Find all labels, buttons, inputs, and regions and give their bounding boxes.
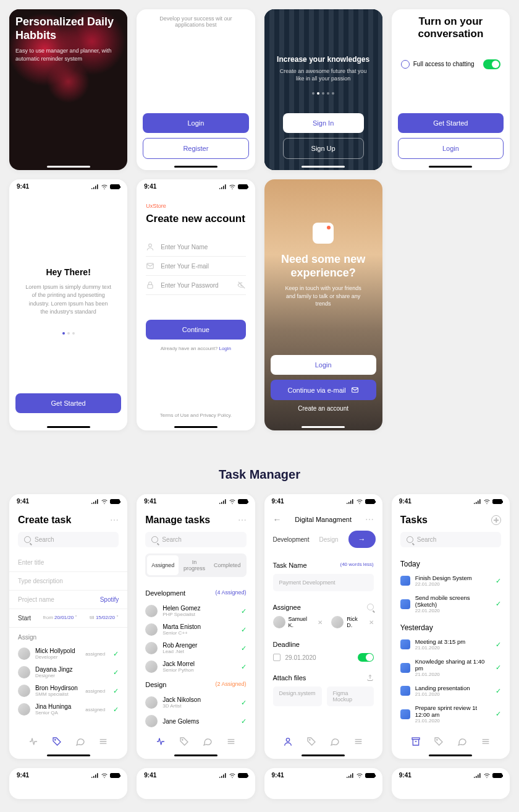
login-button[interactable]: Login bbox=[271, 355, 376, 375]
task-row[interactable]: Knowledge sharing at 1:40 pm21.01.2020✓ bbox=[392, 654, 510, 681]
check-icon: ✓ bbox=[113, 687, 119, 695]
svg-point-7 bbox=[287, 738, 290, 741]
search-icon[interactable] bbox=[367, 604, 374, 610]
avatar bbox=[145, 660, 158, 673]
tag-icon[interactable] bbox=[434, 737, 444, 746]
task-row[interactable]: Meeting at 3:15 pm21.01.2020✓ bbox=[392, 635, 510, 654]
status-segment: Assigned In progress Completed bbox=[145, 553, 246, 577]
signup-button[interactable]: Sign Up bbox=[283, 138, 364, 159]
description-input[interactable]: Type description bbox=[9, 572, 127, 591]
create-account-link[interactable]: Create an account bbox=[264, 405, 382, 412]
tab-design[interactable]: Design bbox=[319, 536, 338, 543]
chat-icon[interactable] bbox=[330, 737, 340, 746]
search-input[interactable]: Search bbox=[400, 532, 501, 547]
eye-off-icon[interactable] bbox=[237, 281, 246, 289]
more-icon[interactable]: ⋯ bbox=[365, 515, 374, 524]
tag-icon[interactable] bbox=[306, 737, 316, 746]
get-started-button[interactable]: Get Started bbox=[398, 113, 504, 133]
archive-icon[interactable] bbox=[411, 737, 421, 746]
chat-icon[interactable] bbox=[457, 737, 467, 746]
login-link[interactable]: Login bbox=[219, 346, 231, 351]
avatar bbox=[145, 623, 158, 636]
subtitle: Create an awesome future that you like i… bbox=[277, 67, 370, 83]
task-row[interactable]: Prepare sprint review 1t 12:00 am21.01.2… bbox=[392, 701, 510, 727]
check-icon: ✓ bbox=[241, 717, 247, 725]
person-row[interactable]: Jack MorrelSenior Python✓ bbox=[137, 657, 255, 676]
title: Increase your knowledges bbox=[277, 55, 370, 64]
person-row[interactable]: Jack Nikolson3D Artist✓ bbox=[137, 693, 255, 712]
calendar-icon[interactable] bbox=[273, 654, 281, 661]
person-row[interactable]: Mick HollypoldDeveloperassigned✓ bbox=[9, 644, 127, 663]
person-row[interactable]: Jane Golems✓ bbox=[137, 712, 255, 730]
tab-completed[interactable]: Completed bbox=[210, 555, 245, 575]
assignee-chip[interactable]: Rick D.✕ bbox=[331, 616, 373, 628]
login-button[interactable]: Login bbox=[143, 113, 248, 133]
assignee-chip[interactable]: Samuel K.✕ bbox=[273, 616, 323, 628]
file-chip[interactable]: Figma Mockup bbox=[327, 686, 374, 706]
date-range[interactable]: Start from 20/01/20 ˅ till 15/02/20 ˅ bbox=[9, 609, 127, 628]
project-input[interactable]: Project nameSpotify bbox=[9, 591, 127, 609]
title-input[interactable]: Enter title bbox=[9, 553, 127, 572]
person-row[interactable]: Dayana JingzDesigner✓ bbox=[9, 663, 127, 682]
title: Hey There! bbox=[46, 267, 90, 277]
chat-toggle[interactable] bbox=[483, 59, 500, 69]
person-row[interactable]: Helen GomezPHP Specialist✓ bbox=[137, 602, 255, 620]
person-row[interactable]: Marta EnistonSenior C++✓ bbox=[137, 620, 255, 639]
tag-icon[interactable] bbox=[52, 737, 62, 746]
app-icon bbox=[313, 223, 334, 244]
activity-icon[interactable] bbox=[156, 737, 166, 746]
page-title: Tasks bbox=[400, 515, 428, 526]
onboarding-experience: Need some new experience? Keep in touch … bbox=[264, 179, 382, 430]
menu-icon[interactable] bbox=[353, 737, 363, 746]
check-icon: ✓ bbox=[496, 687, 501, 695]
add-icon[interactable] bbox=[491, 515, 501, 525]
remove-icon[interactable]: ✕ bbox=[369, 619, 374, 626]
title: Need some new experience? bbox=[264, 253, 382, 280]
tab-assigned[interactable]: Assigned bbox=[147, 555, 179, 575]
task-row[interactable]: Landing presentation21.01.2020✓ bbox=[392, 681, 510, 701]
task-name-input[interactable]: Payment Development bbox=[273, 574, 374, 591]
task-row[interactable]: Send mobile screens (Sketch)22.01.2020✓ bbox=[392, 591, 510, 617]
deadline-label: Deadline bbox=[273, 641, 300, 648]
tag-icon[interactable] bbox=[179, 737, 189, 746]
next-button[interactable]: → bbox=[348, 531, 376, 548]
remove-icon[interactable]: ✕ bbox=[318, 619, 323, 626]
activity-icon[interactable] bbox=[28, 737, 38, 746]
get-started-button[interactable]: Get Started bbox=[15, 393, 121, 413]
login-button[interactable]: Login bbox=[398, 138, 504, 159]
phone-stub: 9:41 bbox=[264, 768, 382, 799]
continue-email-button[interactable]: Continue via e-mail bbox=[271, 380, 376, 400]
register-button[interactable]: Register bbox=[143, 138, 248, 159]
svg-point-8 bbox=[310, 740, 310, 740]
password-input[interactable]: Enter Your Password bbox=[146, 276, 245, 295]
search-input[interactable]: Search bbox=[145, 532, 246, 547]
user-icon[interactable] bbox=[283, 737, 293, 746]
menu-icon[interactable] bbox=[98, 737, 108, 746]
check-icon: ✓ bbox=[496, 664, 501, 672]
chat-icon[interactable] bbox=[75, 737, 85, 746]
deadline-toggle[interactable] bbox=[358, 653, 374, 662]
bottom-nav bbox=[137, 733, 255, 750]
person-row[interactable]: Rob ArengerLead .Net✓ bbox=[137, 639, 255, 657]
terms-link[interactable]: Terms of Use and Privacy Policy. bbox=[137, 412, 255, 418]
name-input[interactable]: Enter Your Name bbox=[146, 237, 245, 257]
upload-icon[interactable] bbox=[366, 674, 374, 682]
search-input[interactable]: Search bbox=[18, 532, 119, 547]
back-icon[interactable]: ← bbox=[273, 515, 282, 524]
tab-progress[interactable]: In progress bbox=[179, 555, 210, 575]
person-row[interactable]: Bron HoydirsonSMM specialistassigned✓ bbox=[9, 682, 127, 700]
file-chip[interactable]: Design.system bbox=[273, 686, 322, 706]
more-icon[interactable]: ⋯ bbox=[110, 515, 119, 525]
continue-button[interactable]: Continue bbox=[146, 320, 245, 340]
signin-button[interactable]: Sign In bbox=[283, 113, 364, 133]
email-input[interactable]: Enter Your E-mail bbox=[146, 257, 245, 276]
more-icon[interactable]: ⋯ bbox=[238, 515, 247, 525]
menu-icon[interactable] bbox=[481, 737, 491, 746]
chat-icon[interactable] bbox=[203, 737, 213, 746]
home-indicator bbox=[429, 754, 472, 756]
task-row[interactable]: Finish Design System22.01.2020✓ bbox=[392, 571, 510, 591]
subtitle: Keep in touch with your friends and fami… bbox=[264, 284, 382, 308]
menu-icon[interactable] bbox=[226, 737, 236, 746]
tab-development[interactable]: Development bbox=[273, 536, 310, 543]
person-row[interactable]: Jina HuningaSenior QAassigned✓ bbox=[9, 700, 127, 719]
